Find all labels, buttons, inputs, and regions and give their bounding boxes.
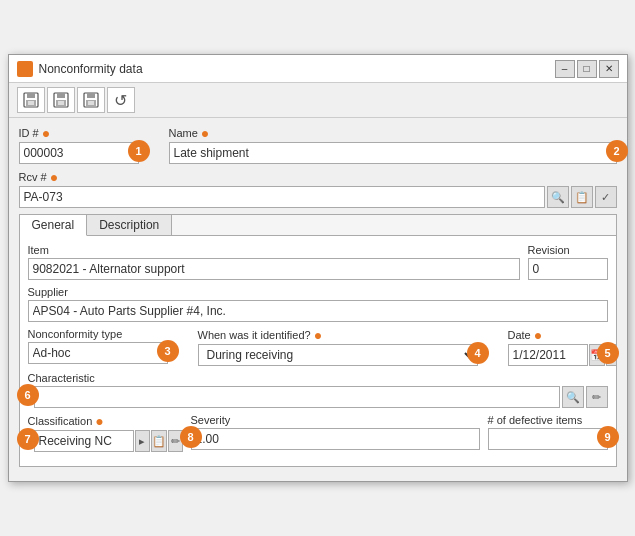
close-button[interactable]: ✕ [599, 60, 619, 78]
svg-rect-11 [88, 101, 94, 105]
name-input-wrapper: 2 [169, 142, 617, 164]
classification-field-group: Classification ● 7 ▸ 📋 ✏ [28, 414, 183, 452]
classification-input[interactable] [34, 430, 134, 452]
rcv-search-button[interactable]: 🔍 [547, 186, 569, 208]
id-label: ID # ● [19, 126, 139, 140]
rcv-input-row: 🔍 📋 ✓ [19, 186, 617, 208]
tab-general[interactable]: General [20, 215, 88, 236]
name-input[interactable] [169, 142, 617, 164]
nc-when-date-row: Nonconformity type 3 When was it identif… [28, 328, 608, 366]
id-input[interactable] [19, 142, 139, 164]
badge-9: 9 [597, 426, 619, 448]
rcv-field-group: Rcv # ● 🔍 📋 ✓ [19, 170, 617, 208]
date-wrapper: 📅 ✏ 5 [508, 344, 608, 366]
refresh-button[interactable]: ↺ [107, 87, 135, 113]
tab-description[interactable]: Description [87, 215, 172, 235]
supplier-field-group: Supplier [28, 286, 608, 322]
characteristic-search-button[interactable]: 🔍 [562, 386, 584, 408]
severity-wrapper: 8 [191, 428, 480, 450]
defective-field-group: # of defective items 9 [488, 414, 608, 452]
nc-type-field-group: Nonconformity type 3 [28, 328, 168, 366]
defective-label: # of defective items [488, 414, 608, 426]
tab-general-content: Item Revision Supplier [20, 236, 616, 466]
window-controls: – □ ✕ [555, 60, 619, 78]
revision-label: Revision [528, 244, 608, 256]
supplier-input[interactable] [28, 300, 608, 322]
save-button-1[interactable] [17, 87, 45, 113]
date-field-group: Date ● 📅 ✏ 5 [508, 328, 608, 366]
revision-field-group: Revision [528, 244, 608, 280]
nc-type-input[interactable] [28, 342, 168, 364]
name-field-group: Name ● 2 [169, 126, 617, 164]
badge-6: 6 [17, 384, 39, 406]
defective-input[interactable] [488, 428, 608, 450]
classification-label: Classification ● [28, 414, 183, 428]
item-label: Item [28, 244, 520, 256]
id-name-row: ID # ● 1 Name ● 2 [19, 126, 617, 164]
date-label: Date ● [508, 328, 608, 342]
window-title: Nonconformity data [39, 62, 555, 76]
nc-type-wrapper: 3 [28, 342, 168, 364]
svg-rect-1 [27, 93, 35, 98]
rcv-bookmark-button[interactable]: 📋 [571, 186, 593, 208]
name-label: Name ● [169, 126, 617, 140]
id-field-group: ID # ● 1 [19, 126, 139, 164]
revision-input[interactable] [528, 258, 608, 280]
characteristic-wrapper: 6 🔍 ✏ [28, 386, 608, 408]
tabs-header: General Description [20, 215, 616, 236]
characteristic-label: Characteristic [28, 372, 608, 384]
window-icon [17, 61, 33, 77]
when-field-group: When was it identified? ● During receivi… [198, 328, 478, 366]
nonconformity-window: Nonconformity data – □ ✕ [8, 54, 628, 482]
rcv-row: Rcv # ● 🔍 📋 ✓ [19, 170, 617, 208]
when-label: When was it identified? ● [198, 328, 478, 342]
when-wrapper: During receiving After receiving At prod… [198, 344, 478, 366]
rcv-label: Rcv # ● [19, 170, 617, 184]
svg-rect-9 [87, 93, 95, 98]
minimize-button[interactable]: – [555, 60, 575, 78]
supplier-row: Supplier [28, 286, 608, 322]
when-select[interactable]: During receiving After receiving At prod… [198, 344, 478, 366]
classification-wrapper: 7 ▸ 📋 ✏ [28, 430, 183, 452]
badge-2: 2 [606, 140, 628, 162]
severity-field-group: Severity 8 [191, 414, 480, 452]
rcv-input[interactable] [19, 186, 545, 208]
save-button-2[interactable] [47, 87, 75, 113]
item-revision-row: Item Revision [28, 244, 608, 280]
badge-4: 4 [467, 342, 489, 364]
classification-bookmark-button[interactable]: 📋 [151, 430, 167, 452]
form-content: ID # ● 1 Name ● 2 [9, 118, 627, 481]
supplier-label: Supplier [28, 286, 608, 298]
item-input[interactable] [28, 258, 520, 280]
date-required: ● [534, 328, 542, 342]
characteristic-edit-button[interactable]: ✏ [586, 386, 608, 408]
svg-rect-5 [57, 93, 65, 98]
nc-type-label: Nonconformity type [28, 328, 168, 340]
badge-1: 1 [128, 140, 150, 162]
characteristic-input[interactable] [34, 386, 560, 408]
svg-rect-3 [28, 101, 34, 105]
tabs-container: General Description Item Revision [19, 214, 617, 467]
severity-label: Severity [191, 414, 480, 426]
classification-required: ● [95, 414, 103, 428]
rcv-clear-button[interactable]: ✓ [595, 186, 617, 208]
name-required: ● [201, 126, 209, 140]
defective-wrapper: 9 [488, 428, 608, 450]
classification-browse-button[interactable]: ▸ [135, 430, 150, 452]
save-icon-2 [53, 92, 69, 108]
id-input-wrapper: 1 [19, 142, 139, 164]
class-sev-def-row: Classification ● 7 ▸ 📋 ✏ S [28, 414, 608, 452]
save-button-3[interactable] [77, 87, 105, 113]
save-icon-3 [83, 92, 99, 108]
title-bar: Nonconformity data – □ ✕ [9, 55, 627, 83]
svg-rect-7 [58, 101, 64, 105]
characteristic-row: Characteristic 6 🔍 ✏ [28, 372, 608, 408]
id-required: ● [42, 126, 50, 140]
characteristic-field-group: Characteristic 6 🔍 ✏ [28, 372, 608, 408]
severity-input[interactable] [191, 428, 480, 450]
toolbar: ↺ [9, 83, 627, 118]
rcv-required: ● [50, 170, 58, 184]
date-input[interactable] [508, 344, 588, 366]
badge-8: 8 [180, 426, 202, 448]
maximize-button[interactable]: □ [577, 60, 597, 78]
